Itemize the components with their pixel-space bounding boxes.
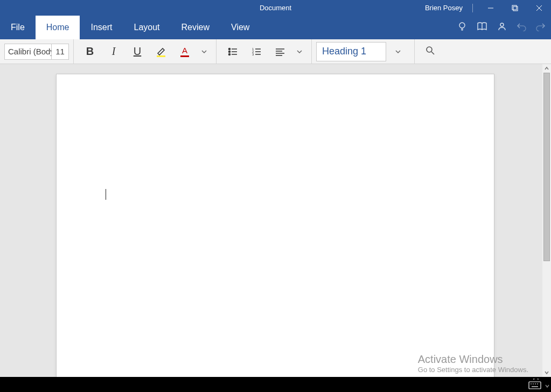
font-group: Calibri (Body 11 xyxy=(0,39,74,64)
search-group xyxy=(415,39,551,64)
underline-icon: U xyxy=(134,45,141,58)
svg-rect-31 xyxy=(529,382,541,389)
svg-point-5 xyxy=(459,23,465,28)
scroll-up-button[interactable] xyxy=(542,64,551,73)
taskbar xyxy=(0,377,551,392)
tab-home[interactable]: Home xyxy=(36,16,80,39)
watermark-subtitle: Go to Settings to activate Windows. xyxy=(418,366,528,374)
numbering-icon: 1 2 3 xyxy=(251,46,262,57)
format-more-button[interactable] xyxy=(197,48,212,55)
book-icon[interactable] xyxy=(477,22,487,33)
scrollbar-thumb[interactable] xyxy=(543,73,550,261)
highlight-icon xyxy=(155,46,167,58)
touch-keyboard-button[interactable] xyxy=(528,379,541,391)
highlight-button[interactable] xyxy=(149,39,173,64)
style-selector[interactable]: Heading 1 xyxy=(316,42,386,61)
underline-button[interactable]: U xyxy=(125,39,149,64)
undo-icon[interactable] xyxy=(517,22,526,33)
chevron-up-icon xyxy=(544,66,549,71)
font-name-input[interactable]: Calibri (Body xyxy=(4,44,52,60)
svg-rect-12 xyxy=(180,55,189,57)
activation-watermark: Activate Windows Go to Settings to activ… xyxy=(418,353,528,374)
svg-point-9 xyxy=(500,23,504,26)
font-size-input[interactable]: 11 xyxy=(52,44,69,60)
watermark-title: Activate Windows xyxy=(418,353,528,366)
document-area: Activate Windows Go to Settings to activ… xyxy=(0,64,551,377)
tab-insert[interactable]: Insert xyxy=(80,16,123,39)
tab-review[interactable]: Review xyxy=(171,16,220,39)
document-page[interactable] xyxy=(56,74,494,377)
font-color-icon: A xyxy=(179,46,191,58)
chevron-down-icon xyxy=(296,48,303,55)
maximize-button[interactable] xyxy=(503,0,527,16)
svg-point-13 xyxy=(229,48,231,50)
document-title: Document xyxy=(260,4,291,12)
redo-icon[interactable] xyxy=(536,22,546,33)
bold-icon: B xyxy=(86,45,94,58)
svg-point-15 xyxy=(229,51,231,52)
tab-layout[interactable]: Layout xyxy=(123,16,170,39)
title-bar: Document Brien Posey xyxy=(0,0,551,16)
svg-rect-1 xyxy=(512,5,517,10)
svg-rect-2 xyxy=(513,6,518,11)
tab-view[interactable]: View xyxy=(220,16,260,39)
paragraph-more-button[interactable] xyxy=(292,48,307,55)
show-desktop-corner[interactable] xyxy=(545,381,550,391)
text-cursor xyxy=(106,189,106,200)
vertical-scrollbar[interactable] xyxy=(542,64,551,377)
keyboard-icon xyxy=(528,379,541,389)
chevron-down-icon xyxy=(545,383,550,389)
minimize-icon xyxy=(487,5,494,11)
align-button[interactable] xyxy=(268,39,292,64)
tab-file[interactable]: File xyxy=(0,16,36,39)
maximize-icon xyxy=(512,5,518,11)
minimize-button[interactable] xyxy=(478,0,503,16)
svg-text:A: A xyxy=(182,46,187,55)
italic-button[interactable]: I xyxy=(102,39,125,64)
close-button[interactable] xyxy=(527,0,551,16)
user-name[interactable]: Brien Posey xyxy=(425,4,463,12)
italic-icon: I xyxy=(112,45,116,58)
ribbon-bar: File Home Insert Layout Review View xyxy=(0,16,551,39)
search-icon xyxy=(426,46,435,55)
font-color-button[interactable]: A xyxy=(173,39,197,64)
scroll-down-button[interactable] xyxy=(542,368,551,377)
bold-button[interactable]: B xyxy=(78,39,102,64)
bullets-icon xyxy=(227,46,238,57)
numbering-button[interactable]: 1 2 3 xyxy=(245,39,268,64)
paragraph-group: 1 2 3 xyxy=(217,39,312,64)
align-icon xyxy=(275,46,285,57)
lightbulb-icon[interactable] xyxy=(457,22,467,33)
person-icon[interactable] xyxy=(497,22,507,33)
svg-point-17 xyxy=(229,53,231,55)
style-more-button[interactable] xyxy=(386,48,410,55)
format-group: B I U A xyxy=(74,39,217,64)
search-button[interactable] xyxy=(426,46,435,58)
chevron-down-icon xyxy=(395,48,401,55)
toolbar: Calibri (Body 11 B I U A xyxy=(0,39,551,64)
chevron-down-icon xyxy=(544,370,549,375)
close-icon xyxy=(536,5,542,11)
scrollbar-track[interactable] xyxy=(542,73,551,368)
bullets-button[interactable] xyxy=(221,39,245,64)
chevron-down-icon xyxy=(201,48,207,55)
svg-text:3: 3 xyxy=(252,53,254,56)
svg-point-29 xyxy=(427,47,432,52)
separator xyxy=(472,4,473,12)
svg-rect-10 xyxy=(157,55,165,57)
svg-line-30 xyxy=(431,52,434,54)
styles-group: Heading 1 xyxy=(312,39,415,64)
